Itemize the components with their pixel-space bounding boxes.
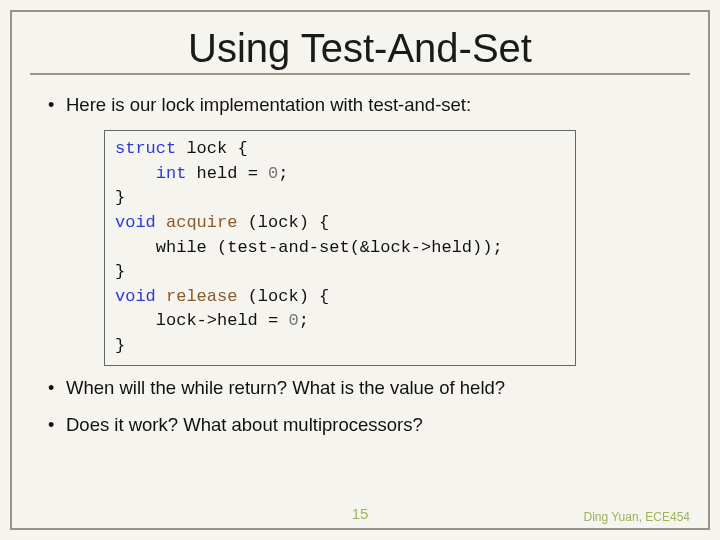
slide: Using Test-And-Set Here is our lock impl… xyxy=(0,0,720,540)
code-text: } xyxy=(115,336,125,355)
code-text: lock { xyxy=(176,139,247,158)
attribution: Ding Yuan, ECE454 xyxy=(583,510,690,524)
code-text: } xyxy=(115,188,125,207)
bullet-intro: Here is our lock implementation with tes… xyxy=(44,93,676,118)
code-block: struct lock { int held = 0; } void acqui… xyxy=(104,130,576,366)
code-text: ; xyxy=(299,311,309,330)
bullet-question-1: When will the while return? What is the … xyxy=(44,376,676,401)
kw-void: void xyxy=(115,287,156,306)
code-text: (lock) { xyxy=(248,213,330,232)
code-text: ; xyxy=(278,164,288,183)
code-text: held = xyxy=(186,164,268,183)
kw-int: int xyxy=(115,164,186,183)
code-text: lock->held = xyxy=(115,311,288,330)
kw-struct: struct xyxy=(115,139,176,158)
code-text: } xyxy=(115,262,125,281)
title-underline xyxy=(30,73,690,75)
num-zero: 0 xyxy=(288,311,298,330)
code-text: (lock) { xyxy=(248,287,330,306)
num-zero: 0 xyxy=(268,164,278,183)
fn-release: release xyxy=(156,287,248,306)
code-text: while (test-and-set(&lock->held)); xyxy=(115,238,503,257)
fn-acquire: acquire xyxy=(156,213,248,232)
bullet-question-2: Does it work? What about multiprocessors… xyxy=(44,413,676,438)
kw-void: void xyxy=(115,213,156,232)
bullet-list: Here is our lock implementation with tes… xyxy=(44,93,676,438)
content-area: Here is our lock implementation with tes… xyxy=(22,83,698,438)
slide-title: Using Test-And-Set xyxy=(22,26,698,71)
